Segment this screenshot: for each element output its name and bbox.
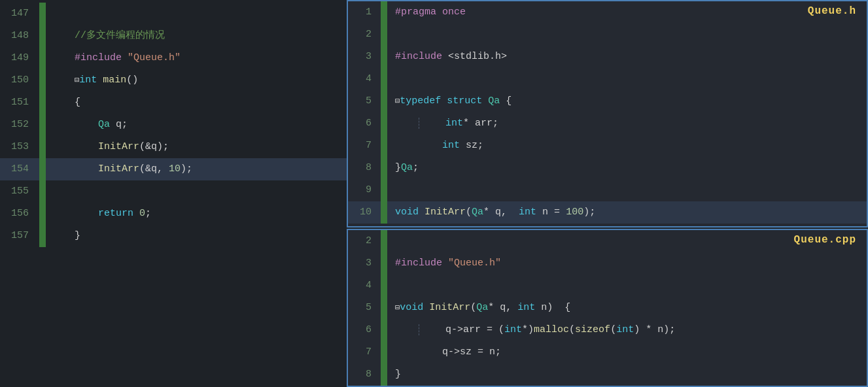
qh-line-3: 3 #include <stdlib.h> <box>348 46 867 68</box>
gutter-153 <box>39 136 46 158</box>
qcpp-line-7: 7 q->sz = n; <box>348 341 867 363</box>
qh-content-1: #pragma once <box>387 1 466 24</box>
qh-content-4 <box>387 68 395 90</box>
gutter-148 <box>39 25 46 47</box>
qh-content-9 <box>387 179 395 201</box>
code-line-148: 148 //多文件编程的情况 <box>0 25 347 47</box>
line-content-150: ⊟int main() <box>46 69 138 92</box>
qh-line-9: 9 <box>348 179 867 201</box>
qh-content-8: }Qa; <box>387 157 419 179</box>
qh-content-2 <box>387 24 395 46</box>
qcpp-line-2: 2 <box>348 230 867 252</box>
line-content-148: //多文件编程的情况 <box>46 25 165 47</box>
code-line-151: 151 { <box>0 92 347 114</box>
qcpp-gutter-7 <box>381 341 387 363</box>
qcpp-linenum-6: 6 <box>348 319 381 341</box>
line-content-153: InitArr(&q); <box>46 136 169 158</box>
queue-h-label: Queue.h <box>808 5 856 17</box>
line-num-147: 147 <box>0 3 39 25</box>
line-num-155: 155 <box>0 180 39 203</box>
qcpp-line-3: 3 #include "Queue.h" <box>348 252 867 275</box>
qh-linenum-10: 10 <box>348 201 381 224</box>
line-content-157: } <box>46 225 80 247</box>
line-content-151: { <box>46 92 80 114</box>
gutter-152 <box>39 114 46 136</box>
qh-gutter-1 <box>381 1 387 24</box>
line-content-147 <box>46 3 51 25</box>
code-line-150: 150 ⊟int main() <box>0 69 347 92</box>
line-num-150: 150 <box>0 69 39 92</box>
left-editor-panel: 147 148 //多文件编程的情况 149 #include "Queue.h… <box>0 0 347 387</box>
line-content-152: Qa q; <box>46 114 128 136</box>
gutter-151 <box>39 92 46 114</box>
gutter-156 <box>39 203 46 225</box>
line-num-153: 153 <box>0 136 39 158</box>
qcpp-line-8: 8 } <box>348 363 867 386</box>
qcpp-gutter-4 <box>381 275 387 297</box>
qcpp-gutter-3 <box>381 252 387 275</box>
line-content-155 <box>46 180 51 203</box>
qcpp-gutter-2 <box>381 230 387 252</box>
line-num-152: 152 <box>0 114 39 136</box>
code-line-149: 149 #include "Queue.h" <box>0 47 347 69</box>
qh-gutter-6 <box>381 112 387 135</box>
code-line-155: 155 <box>0 180 347 203</box>
queue-h-panel: Queue.h 1 #pragma once 2 3 #include <std… <box>347 0 868 227</box>
qh-gutter-5 <box>381 90 387 112</box>
qcpp-linenum-5: 5 <box>348 297 381 319</box>
qh-linenum-2: 2 <box>348 24 381 46</box>
qcpp-line-6: 6 q->arr = (int*)malloc(sizeof(int) * n)… <box>348 319 867 341</box>
qcpp-linenum-3: 3 <box>348 252 381 275</box>
line-content-156: return 0; <box>46 203 151 225</box>
line-num-156: 156 <box>0 203 39 225</box>
line-num-154: 154 <box>0 158 39 180</box>
qh-line-4: 4 <box>348 68 867 90</box>
code-line-156: 156 return 0; <box>0 203 347 225</box>
qh-gutter-7 <box>381 135 387 157</box>
qh-line-10: 10 void InitArr(Qa* q, int n = 100); <box>348 201 867 224</box>
qh-linenum-7: 7 <box>348 135 381 157</box>
qh-linenum-5: 5 <box>348 90 381 112</box>
line-content-149: #include "Queue.h" <box>46 47 181 69</box>
qh-line-6: 6 int* arr; <box>348 112 867 135</box>
queue-cpp-panel: Queue.cpp 2 3 #include "Queue.h" 4 5 ⊟vo… <box>347 229 868 387</box>
qcpp-content-2 <box>387 230 395 252</box>
code-line-157: 157 } <box>0 225 347 247</box>
qcpp-line-4: 4 <box>348 275 867 297</box>
line-num-157: 157 <box>0 225 39 247</box>
qh-content-10: void InitArr(Qa* q, int n = 100); <box>387 201 595 224</box>
qh-gutter-3 <box>381 46 387 68</box>
qh-linenum-8: 8 <box>348 157 381 179</box>
code-line-152: 152 Qa q; <box>0 114 347 136</box>
qh-gutter-8 <box>381 157 387 179</box>
code-line-147: 147 <box>0 3 347 25</box>
qh-content-3: #include <stdlib.h> <box>387 46 507 68</box>
gutter-149 <box>39 47 46 69</box>
qh-line-7: 7 int sz; <box>348 135 867 157</box>
qcpp-content-3: #include "Queue.h" <box>387 252 501 275</box>
qh-gutter-2 <box>381 24 387 46</box>
qcpp-gutter-5 <box>381 297 387 319</box>
line-num-148: 148 <box>0 25 39 47</box>
qh-line-5: 5 ⊟typedef struct Qa { <box>348 90 867 112</box>
qcpp-gutter-6 <box>381 319 387 341</box>
line-num-151: 151 <box>0 92 39 114</box>
qcpp-content-5: ⊟void InitArr(Qa* q, int n) { <box>387 297 570 319</box>
gutter-157 <box>39 225 46 247</box>
line-num-149: 149 <box>0 47 39 69</box>
qh-line-1: 1 #pragma once <box>348 1 867 24</box>
qcpp-linenum-7: 7 <box>348 341 381 363</box>
code-line-153: 153 InitArr(&q); <box>0 136 347 158</box>
qcpp-linenum-8: 8 <box>348 363 381 386</box>
gutter-154 <box>39 158 46 180</box>
right-panels: Queue.h 1 #pragma once 2 3 #include <std… <box>347 0 868 387</box>
qcpp-content-8: } <box>387 363 401 386</box>
code-line-154: 154 InitArr(&q, 10); <box>0 158 347 180</box>
qh-linenum-1: 1 <box>348 1 381 24</box>
qh-linenum-4: 4 <box>348 68 381 90</box>
gutter-147 <box>39 3 46 25</box>
gutter-155 <box>39 180 46 203</box>
qh-content-7: int sz; <box>387 135 483 157</box>
qh-linenum-9: 9 <box>348 179 381 201</box>
qh-gutter-9 <box>381 179 387 201</box>
